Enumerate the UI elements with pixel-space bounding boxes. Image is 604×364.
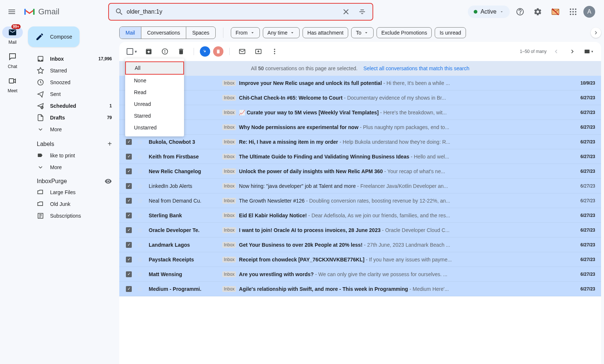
filter-tab-spaces[interactable]: Spaces xyxy=(186,27,215,39)
row-checkbox[interactable] xyxy=(125,183,133,189)
filter-chip[interactable]: Has attachment xyxy=(303,27,348,38)
header-right: Active A xyxy=(468,4,601,19)
email-row[interactable]: ☆ New Relic Changelog Inbox Unlock the p… xyxy=(119,164,601,179)
dropdown-item-unstarred[interactable]: Unstarred xyxy=(125,122,184,133)
unsubscribe-icon[interactable] xyxy=(200,46,210,57)
email-row[interactable]: ☆ Landmark Lagos Inbox Get Your Business… xyxy=(119,238,601,252)
row-checkbox[interactable] xyxy=(125,227,133,233)
star-icon[interactable]: ☆ xyxy=(137,226,144,234)
settings-icon[interactable] xyxy=(530,4,545,19)
row-checkbox[interactable] xyxy=(125,286,133,292)
search-options-icon[interactable] xyxy=(355,4,370,19)
row-checkbox[interactable] xyxy=(125,139,133,145)
row-checkbox[interactable] xyxy=(125,257,133,263)
inboxpurge-item[interactable]: Subscriptions xyxy=(28,210,116,222)
email-row[interactable]: ☆ eshare Inbox 📈 Curate your way to 5M v… xyxy=(119,105,601,120)
dropdown-item-read[interactable]: Read xyxy=(125,86,184,98)
input-tools-icon[interactable]: ▼ xyxy=(582,45,595,58)
filter-chip[interactable]: Any time xyxy=(263,27,300,38)
date: 6/27/23 xyxy=(569,139,595,144)
spam-icon[interactable] xyxy=(158,45,172,58)
filter-chip[interactable]: Is unread xyxy=(435,27,466,38)
main-menu-button[interactable] xyxy=(3,3,21,21)
row-checkbox[interactable] xyxy=(125,242,133,248)
star-icon[interactable]: ☆ xyxy=(137,256,144,264)
star-icon[interactable]: ☆ xyxy=(137,182,144,190)
email-row[interactable]: ☆ Paystack Receipts Inbox Receipt from c… xyxy=(119,252,601,267)
more-icon[interactable] xyxy=(268,45,281,58)
email-row[interactable]: ☆ Bukola, Chowbot 3 Inbox Re: Hi, I have… xyxy=(119,135,601,149)
star-icon[interactable]: ☆ xyxy=(137,153,144,161)
email-row[interactable]: ☆ Inbox Improve your New Relic usage and… xyxy=(119,76,601,90)
email-row[interactable]: ☆ LinkedIn Job Alerts Inbox Now hiring: … xyxy=(119,179,601,193)
archive-icon[interactable] xyxy=(142,45,155,58)
status-dot-icon xyxy=(474,10,477,14)
row-checkbox[interactable] xyxy=(125,198,133,204)
email-row[interactable]: ☆ Sterling Bank Inbox Eid El Kabir Holid… xyxy=(119,208,601,223)
search-input[interactable] xyxy=(127,8,339,15)
inboxpurge-item[interactable]: Large Files xyxy=(28,186,116,198)
sidebar-item-more[interactable]: More xyxy=(28,124,116,135)
label-item[interactable]: More xyxy=(28,161,116,173)
sidebar-item-scheduled[interactable]: Scheduled1 xyxy=(28,100,116,112)
sidebar-item-inbox[interactable]: Inbox17,996 xyxy=(28,53,116,65)
select-all-link[interactable]: Select all conversations that match this… xyxy=(363,65,469,71)
star-icon[interactable]: ☆ xyxy=(137,241,144,249)
filter-chip[interactable]: Exclude Promotions xyxy=(377,27,432,38)
row-checkbox[interactable] xyxy=(125,154,133,160)
dropdown-item-unread[interactable]: Unread xyxy=(125,98,184,110)
chip-scroll-right[interactable] xyxy=(591,28,601,38)
search-icon[interactable] xyxy=(112,4,127,19)
bulk-delete-icon[interactable] xyxy=(213,46,223,57)
row-checkbox[interactable] xyxy=(125,168,133,174)
apps-icon[interactable] xyxy=(566,4,580,19)
inbox-label: Inbox xyxy=(222,257,236,263)
delete-icon[interactable] xyxy=(174,45,188,58)
label-item[interactable]: like to print xyxy=(28,150,116,161)
inboxpurge-item[interactable]: Old Junk xyxy=(28,198,116,210)
sidebar-item-sent[interactable]: Sent xyxy=(28,88,116,100)
email-row[interactable]: ☆ Matt Wensing Inbox Are you wrestling w… xyxy=(119,267,601,282)
select-all-checkbox[interactable]: ▼ AllNoneReadUnreadStarredUnstarred xyxy=(125,47,139,56)
support-icon[interactable] xyxy=(513,4,527,19)
star-icon[interactable]: ☆ xyxy=(137,270,144,278)
offline-mail-icon[interactable] xyxy=(548,4,563,19)
email-row[interactable]: ☆ om St. Inbox Chit-Chat Check-In #65: W… xyxy=(119,90,601,105)
star-icon[interactable]: ☆ xyxy=(137,285,144,293)
rail-chat[interactable]: Chat xyxy=(2,51,23,69)
row-checkbox[interactable] xyxy=(125,271,133,277)
move-to-icon[interactable] xyxy=(252,45,265,58)
filter-chip[interactable]: From xyxy=(231,27,260,38)
row-checkbox[interactable] xyxy=(125,213,133,218)
add-label-icon[interactable]: + xyxy=(107,140,112,148)
dropdown-item-all[interactable]: All xyxy=(125,61,184,75)
next-page-icon[interactable] xyxy=(566,45,579,58)
star-icon[interactable]: ☆ xyxy=(137,197,144,205)
sidebar-item-drafts[interactable]: Drafts79 xyxy=(28,112,116,124)
email-row[interactable]: ☆ Oracle Developer Te. Inbox I want to j… xyxy=(119,223,601,238)
subject-line: Inbox Now hiring: "java developer" job a… xyxy=(222,183,569,189)
clear-search-icon[interactable] xyxy=(339,4,353,19)
email-row[interactable]: ☆ Neal from Demand Cu. Inbox The Growth … xyxy=(119,193,601,208)
email-row[interactable]: ☆ Medium - Programmi. Inbox Agile's rela… xyxy=(119,282,601,296)
star-icon[interactable]: ☆ xyxy=(137,211,144,220)
email-row[interactable]: ☆ Keith from Firstbase Inbox The Ultimat… xyxy=(119,149,601,164)
avatar[interactable]: A xyxy=(583,6,595,18)
compose-button[interactable]: Compose xyxy=(28,26,80,47)
dropdown-item-starred[interactable]: Starred xyxy=(125,110,184,122)
email-row[interactable]: ☆ Node Weekly Inbox Why Node permissions… xyxy=(119,120,601,135)
dropdown-item-none[interactable]: None xyxy=(125,75,184,86)
prev-page-icon[interactable] xyxy=(550,45,563,58)
eye-icon[interactable] xyxy=(105,178,112,185)
star-icon[interactable]: ☆ xyxy=(137,138,144,146)
filter-tab-mail[interactable]: Mail xyxy=(120,27,141,39)
rail-meet[interactable]: Meet xyxy=(2,75,23,93)
star-icon[interactable]: ☆ xyxy=(137,167,144,175)
filter-tab-conversations[interactable]: Conversations xyxy=(141,27,187,39)
filter-chip[interactable]: To xyxy=(351,27,374,38)
mark-read-icon[interactable] xyxy=(236,45,249,58)
rail-mail[interactable]: 99+ Mail xyxy=(2,26,23,45)
sidebar-item-snoozed[interactable]: Snoozed xyxy=(28,76,116,88)
status-chip[interactable]: Active xyxy=(468,6,510,18)
sidebar-item-starred[interactable]: Starred xyxy=(28,65,116,76)
